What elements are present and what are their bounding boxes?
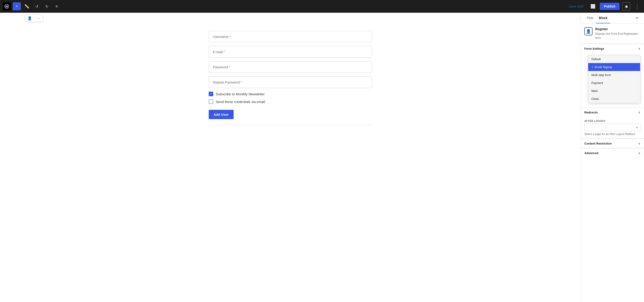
dropdown-option-multi-step[interactable]: Multi-step form bbox=[588, 71, 640, 79]
sidebar-header: Post Block × bbox=[581, 13, 644, 24]
username-input[interactable] bbox=[209, 31, 372, 42]
content-restriction-chevron: ∨ bbox=[638, 142, 640, 145]
username-field bbox=[209, 31, 372, 42]
after-logout-label: AFTER LOGOUT bbox=[584, 120, 640, 122]
block-info: 👤 Register Displays the Front End Regist… bbox=[581, 24, 644, 44]
subscribe-checkbox[interactable]: ✓ bbox=[209, 92, 213, 96]
password-field bbox=[209, 61, 372, 73]
editor-area: 👤 ⋯ ✓ Subscrib bbox=[0, 13, 580, 302]
dropdown-option-payment[interactable]: Payment bbox=[588, 79, 640, 87]
email-field bbox=[209, 46, 372, 58]
more-options-button[interactable]: ⋮ bbox=[633, 2, 641, 10]
repeat-password-field bbox=[209, 76, 372, 88]
credentials-label: Send these credentials via email. bbox=[216, 100, 266, 104]
block-type-icon: 👤 bbox=[584, 27, 592, 36]
block-more-button[interactable]: ⋯ bbox=[34, 15, 43, 22]
redo-icon: ↻ bbox=[45, 4, 48, 8]
block-type-button[interactable]: 👤 bbox=[25, 15, 34, 22]
plus-icon: + bbox=[16, 4, 18, 9]
redirects-label: Redirects bbox=[584, 111, 598, 114]
dropdown-container: Default Email Signup Multi-step form Pay… bbox=[584, 55, 640, 105]
form-container: ✓ Subscribe to Monthly Newsletter Send t… bbox=[209, 24, 372, 125]
content-restriction-header[interactable]: Content Restriction ∨ bbox=[581, 139, 644, 148]
form-divider bbox=[209, 124, 372, 125]
form-style-dropdown-open[interactable]: Default Email Signup Multi-step form Pay… bbox=[588, 55, 640, 103]
dropdown-option-default[interactable]: Default bbox=[588, 55, 640, 63]
redo-button[interactable]: ↻ bbox=[43, 2, 51, 10]
main-toolbar: W + ✏️ ↺ ↻ ≡ Save draft ⬜ Publish ▣ ⋮ bbox=[0, 0, 644, 13]
credentials-row: Send these credentials via email. bbox=[209, 100, 372, 104]
block-description: Displays the Front End Registration form… bbox=[595, 32, 640, 40]
add-user-button[interactable]: Add User bbox=[209, 110, 234, 119]
password-input[interactable] bbox=[209, 61, 372, 73]
redirects-chevron: ∧ bbox=[638, 110, 640, 114]
pencil-icon: ✏️ bbox=[24, 4, 29, 9]
block-toolbar: 👤 ⋯ bbox=[25, 14, 43, 22]
email-input[interactable] bbox=[209, 46, 372, 58]
publish-button[interactable]: Publish bbox=[600, 3, 620, 10]
form-settings-label: Form Settings bbox=[584, 47, 604, 50]
undo-button[interactable]: ↺ bbox=[33, 2, 41, 10]
form-settings-section-header[interactable]: Form Settings ∧ bbox=[581, 44, 644, 53]
wp-logo: W bbox=[3, 2, 11, 10]
sidebar-close-button[interactable]: × bbox=[634, 15, 640, 22]
save-draft-button[interactable]: Save draft bbox=[566, 3, 586, 10]
block-info-text: Register Displays the Front End Registra… bbox=[595, 27, 640, 40]
form-settings-chevron: ∧ bbox=[638, 47, 640, 50]
right-sidebar: Post Block × 👤 Register Displays the Fro… bbox=[580, 13, 644, 302]
redirects-content: AFTER LOGOUT Select a page for an After … bbox=[581, 117, 644, 138]
main-layout: 👤 ⋯ ✓ Subscrib bbox=[0, 13, 644, 302]
settings-icon: ▣ bbox=[625, 4, 628, 8]
dropdown-option-clean[interactable]: Clean bbox=[588, 95, 640, 103]
undo-icon: ↺ bbox=[36, 4, 38, 8]
svg-text:W: W bbox=[6, 5, 8, 8]
subscribe-row: ✓ Subscribe to Monthly Newsletter bbox=[209, 92, 372, 96]
advanced-label: Advanced bbox=[584, 151, 598, 155]
edit-button[interactable]: ✏️ bbox=[23, 2, 31, 10]
after-logout-select-wrapper bbox=[584, 124, 640, 131]
after-logout-helper: Select a page for an After Logout Redire… bbox=[584, 132, 640, 136]
redirects-section-header[interactable]: Redirects ∧ bbox=[581, 108, 644, 117]
settings-toggle-button[interactable]: ▣ bbox=[622, 2, 630, 10]
register-icon: 👤 bbox=[586, 29, 591, 34]
more-icon: ⋮ bbox=[635, 4, 640, 9]
after-logout-select[interactable] bbox=[584, 124, 640, 131]
advanced-header[interactable]: Advanced ∨ bbox=[581, 148, 644, 158]
block-name: Register bbox=[595, 27, 640, 31]
checkmark-icon: ✓ bbox=[210, 92, 212, 96]
view-icon: ⬜ bbox=[590, 4, 596, 9]
list-view-icon: ≡ bbox=[56, 4, 58, 9]
list-view-button[interactable]: ≡ bbox=[53, 2, 61, 10]
credentials-checkbox[interactable] bbox=[209, 100, 213, 104]
content-restriction-section: Content Restriction ∨ bbox=[581, 138, 644, 148]
view-button[interactable]: ⬜ bbox=[589, 2, 597, 10]
form-settings-content: Default Email Signup Multi-step form Pay… bbox=[581, 53, 644, 108]
tab-block[interactable]: Block bbox=[596, 13, 610, 23]
dropdown-option-main[interactable]: Main bbox=[588, 87, 640, 95]
advanced-chevron: ∨ bbox=[638, 151, 640, 155]
repeat-password-input[interactable] bbox=[209, 76, 372, 88]
advanced-section: Advanced ∨ bbox=[581, 148, 644, 158]
user-icon: 👤 bbox=[28, 16, 32, 20]
dropdown-option-email-signup[interactable]: Email Signup bbox=[588, 63, 640, 71]
add-block-button[interactable]: + bbox=[13, 2, 21, 10]
subscribe-label: Subscribe to Monthly Newsletter bbox=[216, 92, 265, 96]
tab-post[interactable]: Post bbox=[584, 13, 596, 23]
content-restriction-label: Content Restriction bbox=[584, 142, 612, 145]
ellipsis-icon: ⋯ bbox=[37, 16, 40, 20]
